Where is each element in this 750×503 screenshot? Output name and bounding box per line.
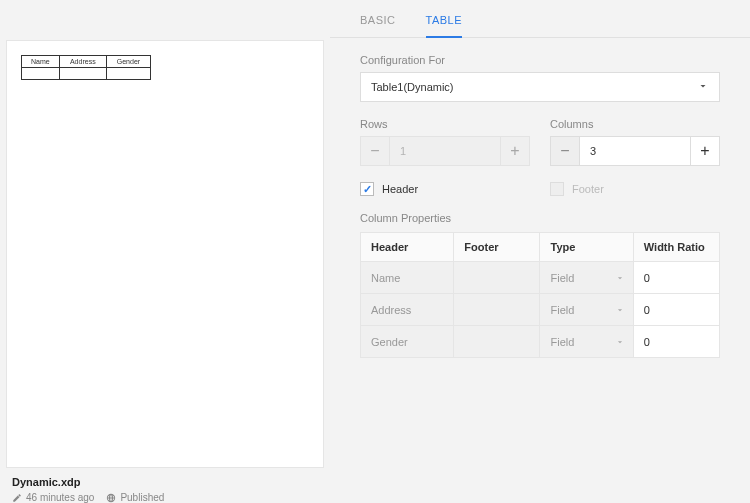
preview-header-cell: Address <box>59 56 106 68</box>
config-for-value: Table1(Dynamic) <box>371 81 454 93</box>
preview-header-cell: Gender <box>106 56 150 68</box>
preview-header-cell: Name <box>22 56 60 68</box>
preview-body-cell <box>106 68 150 80</box>
table-row: Field <box>361 262 720 294</box>
cp-width-input[interactable] <box>634 262 719 293</box>
cp-header-input[interactable] <box>361 262 453 293</box>
rows-label: Rows <box>360 118 530 130</box>
document-canvas[interactable]: Name Address Gender <box>6 40 324 468</box>
columns-increment[interactable]: + <box>690 136 720 166</box>
cp-header-input[interactable] <box>361 294 453 325</box>
footer-checkbox[interactable] <box>550 182 564 196</box>
chevron-down-icon <box>615 337 625 347</box>
tabs-bar: BASIC TABLE <box>330 0 750 38</box>
file-time-label: 46 minutes ago <box>26 492 94 503</box>
chevron-down-icon <box>615 273 625 283</box>
columns-decrement[interactable]: − <box>550 136 580 166</box>
config-for-select[interactable]: Table1(Dynamic) <box>360 72 720 102</box>
file-info-bar: Dynamic.xdp <box>6 468 324 490</box>
header-checkbox-group: Header <box>360 182 530 196</box>
cp-footer-cell[interactable] <box>454 294 540 326</box>
column-properties-table: Header Footer Type Width Ratio Field <box>360 232 720 358</box>
globe-icon <box>106 493 116 503</box>
preview-panel: Name Address Gender Dynamic.xdp 46 minut… <box>0 0 330 503</box>
table-row: Field <box>361 326 720 358</box>
columns-stepper[interactable]: − 3 + <box>550 136 720 166</box>
column-properties-label: Column Properties <box>360 212 720 224</box>
rows-decrement: − <box>360 136 390 166</box>
edit-time: 46 minutes ago <box>12 492 94 503</box>
footer-checkbox-group: Footer <box>550 182 720 196</box>
cp-header-type: Type <box>540 233 633 262</box>
preview-body-cell <box>59 68 106 80</box>
chevron-down-icon <box>615 305 625 315</box>
cp-type-select[interactable]: Field <box>540 326 632 357</box>
header-checkbox[interactable] <box>360 182 374 196</box>
rows-increment: + <box>500 136 530 166</box>
chevron-down-icon <box>697 80 709 94</box>
cp-header-input[interactable] <box>361 326 453 357</box>
properties-panel: BASIC TABLE Configuration For Table1(Dyn… <box>330 0 750 503</box>
cp-header-header: Header <box>361 233 454 262</box>
cp-type-select[interactable]: Field <box>540 262 632 293</box>
rows-value: 1 <box>390 136 500 166</box>
header-checkbox-label: Header <box>382 183 418 195</box>
config-for-label: Configuration For <box>360 54 720 66</box>
file-name: Dynamic.xdp <box>12 476 318 488</box>
publish-status: Published <box>106 492 164 503</box>
table-row: Field <box>361 294 720 326</box>
rows-stepper: − 1 + <box>360 136 530 166</box>
cp-width-input[interactable] <box>634 294 719 325</box>
columns-value[interactable]: 3 <box>580 136 690 166</box>
cp-header-width: Width Ratio <box>633 233 719 262</box>
cp-header-footer: Footer <box>454 233 540 262</box>
tab-basic[interactable]: BASIC <box>360 14 396 37</box>
footer-checkbox-label: Footer <box>572 183 604 195</box>
cp-width-input[interactable] <box>634 326 719 357</box>
preview-body-cell <box>22 68 60 80</box>
tab-table[interactable]: TABLE <box>426 14 463 38</box>
pencil-icon <box>12 493 22 503</box>
cp-footer-cell[interactable] <box>454 326 540 358</box>
file-status-label: Published <box>120 492 164 503</box>
cp-type-select[interactable]: Field <box>540 294 632 325</box>
columns-label: Columns <box>550 118 720 130</box>
cp-footer-cell[interactable] <box>454 262 540 294</box>
preview-table[interactable]: Name Address Gender <box>21 55 151 80</box>
